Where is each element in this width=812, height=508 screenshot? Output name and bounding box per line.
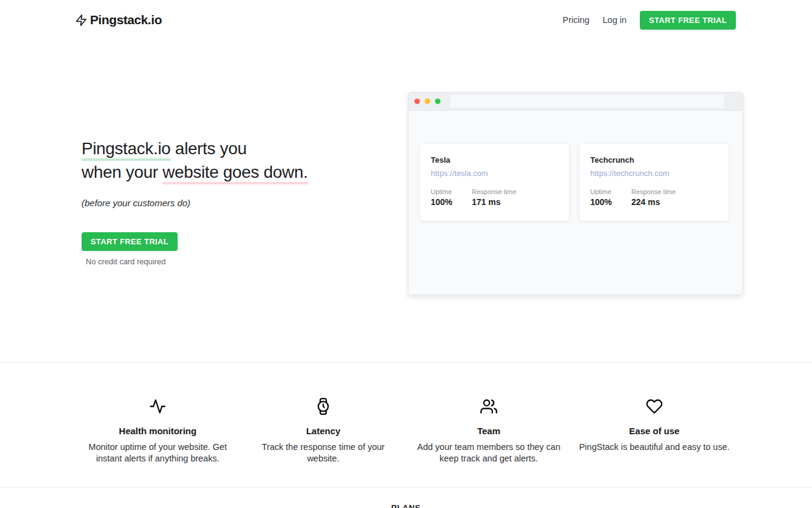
watch-icon <box>240 398 406 417</box>
response-time-label: Response time <box>472 188 516 195</box>
hero-title-line1: Pingstack.io alerts you <box>82 137 308 160</box>
monitor-card-techcrunch: Techcrunch https://techcrunch.com Uptime… <box>579 144 729 221</box>
traffic-light-dots <box>414 99 440 104</box>
brand-name: Pingstack.io <box>90 13 162 27</box>
hero-highlight-downtime: website goes down. <box>163 163 308 184</box>
hero-title: Pingstack.io alerts you when your websit… <box>82 137 308 184</box>
activity-icon <box>75 398 240 417</box>
maximize-dot-icon <box>435 99 440 104</box>
feature-health-monitoring: Health monitoring Monitor uptime of your… <box>75 398 240 464</box>
monitor-url: https://techcrunch.com <box>590 169 718 178</box>
plans-heading: PLANS <box>0 503 812 508</box>
feature-team: Team Add your team members so they can k… <box>406 398 572 464</box>
feature-description: Track the response time of your website. <box>245 441 401 464</box>
no-credit-card-note: No credit card required <box>86 257 308 266</box>
feature-title: Ease of use <box>572 426 737 436</box>
minimize-dot-icon <box>425 99 430 104</box>
hero-subtitle: (before your customers do) <box>82 198 308 208</box>
feature-title: Health monitoring <box>75 426 240 436</box>
brand-logo[interactable]: Pingstack.io <box>75 13 162 27</box>
uptime-value: 100% <box>590 197 629 207</box>
uptime-value: 100% <box>431 197 469 207</box>
response-time-value: 224 ms <box>631 197 675 207</box>
hero-section: Pingstack.io alerts you when your websit… <box>0 33 812 362</box>
hero-title-line1-rest: alerts you <box>170 139 246 158</box>
browser-content: Tesla https://tesla.com Uptime 100% Resp… <box>408 111 743 221</box>
users-icon <box>406 398 572 417</box>
monitor-card-tesla: Tesla https://tesla.com Uptime 100% Resp… <box>420 144 569 221</box>
feature-ease-of-use: Ease of use PingStack is beautiful and e… <box>572 398 737 464</box>
plans-section: PLANS <box>0 487 812 508</box>
uptime-label: Uptime <box>590 188 629 195</box>
feature-description: Monitor uptime of your website. Get inst… <box>80 441 236 464</box>
monitor-name: Tesla <box>431 155 558 164</box>
browser-titlebar <box>408 93 743 111</box>
response-time-value: 171 ms <box>472 197 516 207</box>
feature-latency: Latency Track the response time of your … <box>240 398 406 464</box>
response-time-label: Response time <box>631 188 675 195</box>
nav-link-pricing[interactable]: Pricing <box>562 15 589 25</box>
header: Pingstack.io Pricing Log in START FREE T… <box>0 0 812 33</box>
feature-title: Team <box>406 426 572 436</box>
hero-title-line2-prefix: when your <box>82 163 163 181</box>
nav-start-trial-button[interactable]: START FREE TRIAL <box>640 11 736 30</box>
browser-mockup: Tesla https://tesla.com Uptime 100% Resp… <box>408 92 743 295</box>
hero-title-line2: when your website goes down. <box>82 160 308 184</box>
zap-icon <box>75 14 88 27</box>
main-nav: Pricing Log in START FREE TRIAL <box>562 11 736 30</box>
hero-start-trial-button[interactable]: START FREE TRIAL <box>82 232 178 251</box>
hero-highlight-brand: Pingstack.io <box>82 139 170 161</box>
heart-icon <box>572 398 737 417</box>
monitor-name: Techcrunch <box>590 155 718 164</box>
hero-copy: Pingstack.io alerts you when your websit… <box>82 137 308 266</box>
monitor-url: https://tesla.com <box>431 169 558 178</box>
close-dot-icon <box>414 99 420 104</box>
browser-url-bar <box>450 95 724 108</box>
nav-link-login[interactable]: Log in <box>603 15 627 25</box>
feature-description: PingStack is beautiful and easy to use. <box>576 441 732 453</box>
uptime-label: Uptime <box>431 188 469 195</box>
features-section: Health monitoring Monitor uptime of your… <box>0 362 812 487</box>
feature-title: Latency <box>240 426 406 436</box>
feature-description: Add your team members so they can keep t… <box>411 441 567 464</box>
